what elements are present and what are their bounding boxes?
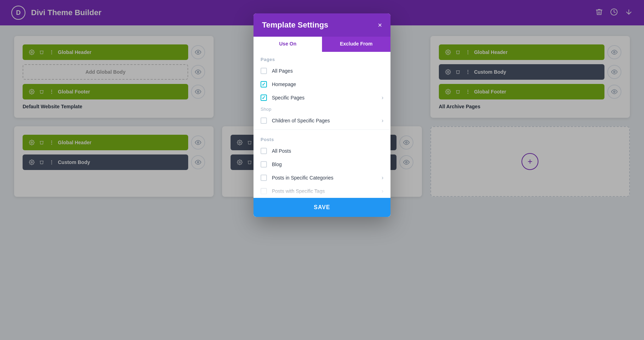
- checkbox-specific-pages[interactable]: ✓: [261, 95, 267, 101]
- checkbox-all-posts[interactable]: [261, 148, 267, 154]
- all-posts-label: All Posts: [272, 148, 383, 154]
- menu-item-specific-categories[interactable]: Posts in Specific Categories ›: [254, 171, 390, 184]
- checkbox-blog[interactable]: [261, 161, 267, 168]
- chevron-specific-categories: ›: [382, 175, 383, 181]
- menu-item-blog[interactable]: Blog: [254, 158, 390, 171]
- homepage-label: Homepage: [272, 81, 383, 87]
- modal-title: Template Settings: [262, 20, 328, 30]
- menu-item-specific-pages[interactable]: ✓ Specific Pages ›: [254, 91, 390, 104]
- chevron-specific-pages: ›: [382, 95, 383, 101]
- specific-tags-label: Posts with Specific Tags: [272, 188, 377, 194]
- template-settings-modal: Template Settings × Use On Exclude From …: [254, 13, 390, 217]
- pages-section-label: Pages: [254, 52, 390, 64]
- modal-body: Pages All Pages ✓ Homepage ✓ Specific Pa…: [254, 52, 390, 217]
- menu-item-all-posts[interactable]: All Posts: [254, 144, 390, 158]
- posts-list-fade: Posts in Specific Categories › Posts wit…: [254, 171, 390, 198]
- checkbox-specific-categories[interactable]: [261, 175, 267, 181]
- menu-item-homepage[interactable]: ✓ Homepage: [254, 78, 390, 91]
- menu-item-specific-tags[interactable]: Posts with Specific Tags ›: [254, 184, 390, 198]
- modal-header: Template Settings ×: [254, 13, 390, 37]
- tab-exclude-from[interactable]: Exclude From: [322, 37, 390, 52]
- posts-section-label: Posts: [254, 132, 390, 144]
- chevron-children-specific: ›: [382, 117, 383, 124]
- menu-item-children-specific[interactable]: Children of Specific Pages ›: [254, 114, 390, 127]
- menu-item-all-pages[interactable]: All Pages: [254, 64, 390, 78]
- modal-tabs: Use On Exclude From: [254, 37, 390, 52]
- all-pages-label: All Pages: [272, 68, 383, 74]
- builder-wrapper: D Divi Theme Builder: [0, 0, 644, 340]
- checkmark-specific-pages: ✓: [262, 95, 266, 101]
- checkbox-homepage[interactable]: ✓: [261, 81, 267, 87]
- blog-label: Blog: [272, 162, 383, 167]
- specific-categories-label: Posts in Specific Categories: [272, 175, 377, 181]
- checkmark-homepage: ✓: [262, 81, 266, 87]
- shop-label: Shop: [254, 104, 390, 114]
- divider-1: [254, 129, 390, 130]
- modal-close-btn[interactable]: ×: [378, 22, 382, 29]
- modal-overlay: Template Settings × Use On Exclude From …: [0, 0, 644, 340]
- checkbox-specific-tags[interactable]: [261, 188, 267, 194]
- save-button[interactable]: Save: [254, 198, 390, 217]
- children-specific-label: Children of Specific Pages: [272, 118, 377, 123]
- checkbox-all-pages[interactable]: [261, 68, 267, 74]
- tab-use-on[interactable]: Use On: [254, 37, 322, 52]
- specific-pages-label: Specific Pages: [272, 95, 377, 101]
- chevron-specific-tags: ›: [382, 188, 383, 194]
- checkbox-children-specific[interactable]: [261, 117, 267, 124]
